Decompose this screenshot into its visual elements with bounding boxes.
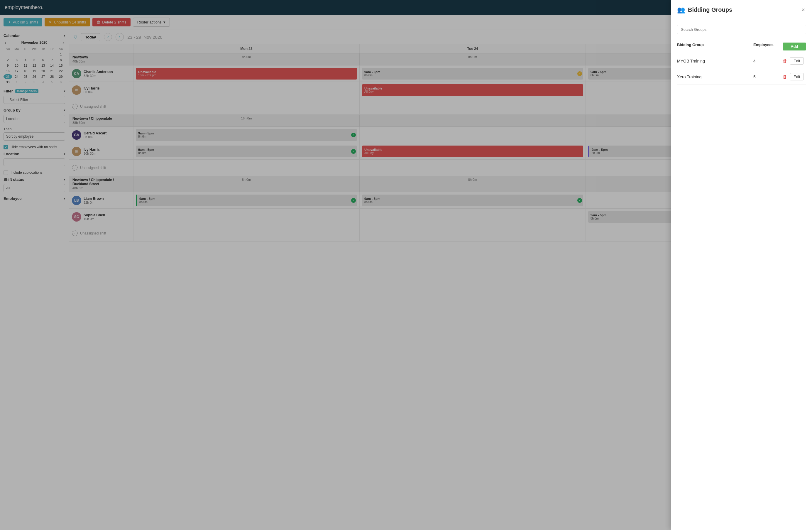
group-name-myob: MYOB Training bbox=[677, 59, 753, 63]
group-actions-xero: 🗑 Edit bbox=[783, 73, 806, 81]
edit-xero-button[interactable]: Edit bbox=[790, 73, 804, 81]
panel-title: Bidding Groups bbox=[688, 6, 732, 13]
add-group-button[interactable]: Add bbox=[783, 43, 806, 51]
group-name-xero: Xero Training bbox=[677, 74, 753, 79]
bidding-panel: 👥 Bidding Groups × Bidding Group Employe… bbox=[671, 0, 812, 530]
group-count-myob: 4 bbox=[753, 59, 783, 63]
panel-body: Bidding Group Employees Add MYOB Trainin… bbox=[671, 20, 812, 530]
panel-header: 👥 Bidding Groups × bbox=[671, 0, 812, 20]
list-item: Xero Training 5 🗑 Edit bbox=[677, 69, 806, 85]
list-item: MYOB Training 4 🗑 Edit bbox=[677, 53, 806, 69]
delete-xero-icon[interactable]: 🗑 bbox=[783, 74, 787, 80]
delete-myob-icon[interactable]: 🗑 bbox=[783, 58, 787, 64]
col-group: Bidding Group bbox=[677, 43, 753, 51]
edit-myob-button[interactable]: Edit bbox=[790, 57, 804, 65]
users-icon: 👥 bbox=[677, 6, 685, 14]
col-employees: Employees bbox=[753, 43, 783, 51]
table-header: Bidding Group Employees Add bbox=[677, 40, 806, 53]
group-count-xero: 5 bbox=[753, 74, 783, 79]
panel-close-button[interactable]: × bbox=[800, 5, 806, 14]
group-actions-myob: 🗑 Edit bbox=[783, 57, 806, 65]
panel-title-row: 👥 Bidding Groups bbox=[677, 6, 732, 14]
search-groups-input[interactable] bbox=[677, 25, 806, 34]
